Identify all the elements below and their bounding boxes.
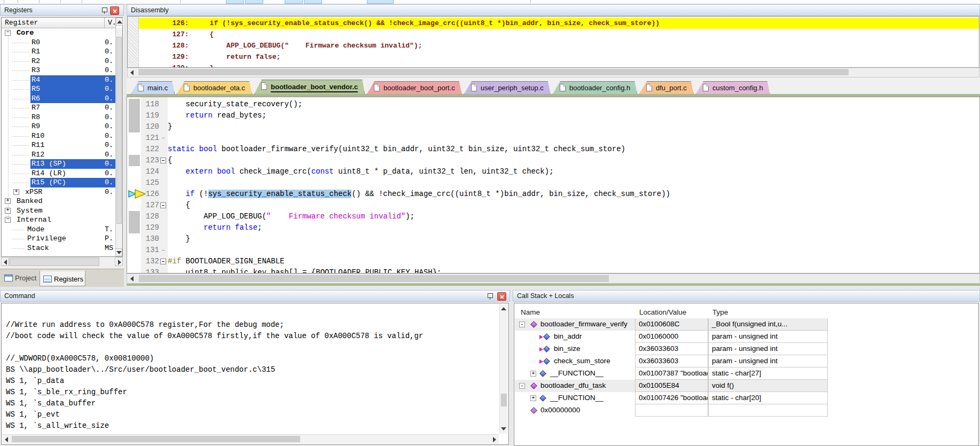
toolbar-button[interactable] <box>285 0 303 4</box>
toolbar-button[interactable] <box>245 0 263 4</box>
expand-icon[interactable]: + <box>5 198 11 204</box>
changed-line-marker <box>129 222 140 233</box>
sidebar-tab-project[interactable]: Project <box>1 270 38 286</box>
toolbar-separator <box>39 0 40 3</box>
document-icon <box>646 84 652 91</box>
collapse-icon[interactable]: − <box>5 30 11 36</box>
disassembly-hscrollbar[interactable] <box>127 68 979 77</box>
callstack-row[interactable]: check_sum_store0x36033603param - unsigne… <box>515 355 828 367</box>
command-vscrollbar[interactable] <box>499 304 508 434</box>
register-row[interactable]: R13 (SP)0. <box>2 159 115 169</box>
expand-icon[interactable]: + <box>5 208 11 214</box>
register-row[interactable]: R10. <box>2 47 115 57</box>
expand-icon[interactable]: + <box>530 371 536 377</box>
register-row[interactable]: R50. <box>2 84 115 94</box>
tab-dfu_port-c[interactable]: dfu_port.c <box>639 81 694 94</box>
column-header-type[interactable]: Type <box>712 307 728 318</box>
register-name: R0 <box>32 38 40 48</box>
disassembly-content[interactable]: 126: if (!sys_security_enable_status_che… <box>127 16 979 68</box>
register-row[interactable]: R00. <box>2 38 115 48</box>
name-cell: -bootloader_dfu_task <box>516 380 635 392</box>
register-row[interactable]: −Core <box>2 28 115 38</box>
toolbar-button[interactable] <box>304 0 322 4</box>
value-column-header[interactable]: V. <box>105 18 116 28</box>
registers-scroll-down-icon[interactable] <box>115 248 122 256</box>
sidebar-tab-registers[interactable]: Registers <box>40 270 85 286</box>
code-line: 121 <box>127 132 979 144</box>
registers-rows: −CoreR00.R10.R20.R30.R40.R50.R60.R70.R80… <box>2 28 115 256</box>
callstack-row[interactable]: 0x00000000 <box>515 404 828 417</box>
callstack-row[interactable]: bin_size0x36033603param - unsigned int <box>515 343 828 355</box>
editor-hscrollbar[interactable] <box>127 273 980 284</box>
code-line: 129 return false; <box>127 222 979 233</box>
type-cell: param - unsigned int <box>708 355 828 367</box>
tab-bootloader_config-h[interactable]: bootloader_config.h <box>553 81 637 94</box>
register-row[interactable]: R15 (PC)0. <box>2 178 115 187</box>
pin-icon[interactable] <box>487 293 493 300</box>
tab-bootloader_ota-c[interactable]: bootloader_ota.c <box>177 81 252 94</box>
tab-bootloader_boot_port-c[interactable]: bootloader_boot_port.c <box>367 81 462 94</box>
disassembly-panel: Disassembly 126: if (!sys_security_enabl… <box>127 4 980 79</box>
register-row[interactable]: +Banked <box>2 197 115 206</box>
register-value: 0. <box>105 178 115 187</box>
current-statement-arrows-icon <box>128 189 146 199</box>
register-row[interactable]: R20. <box>2 57 115 66</box>
code-editor[interactable]: 118 security_state_recovery();119 return… <box>127 97 980 273</box>
registers-hscrollbar[interactable] <box>1 257 123 267</box>
registers-scroll-up-icon[interactable] <box>116 18 123 26</box>
location-cell: 0x01007387 "bootload... <box>635 367 708 380</box>
register-row[interactable]: R120. <box>2 150 115 160</box>
command-content[interactable]: //Write run address to 0xA000C578 regist… <box>1 303 509 445</box>
toolbar-button[interactable] <box>367 0 394 4</box>
callstack-table: NameLocation/ValueType-bootloader_firmwa… <box>514 303 979 446</box>
collapse-icon[interactable]: - <box>519 383 525 389</box>
pin-icon[interactable] <box>101 7 108 14</box>
registers-vscrollbar[interactable] <box>115 28 122 256</box>
register-row[interactable]: R60. <box>2 94 115 104</box>
tab-user_periph_setup-c[interactable]: user_periph_setup.c <box>464 81 551 94</box>
tree-line <box>12 239 25 239</box>
tab-main-c[interactable]: main.c <box>131 81 175 94</box>
register-row[interactable]: StackMS <box>2 244 115 253</box>
register-name: R12 <box>32 150 44 160</box>
param-diamond-icon <box>543 358 550 365</box>
register-row[interactable]: R80. <box>2 113 115 122</box>
callstack-row[interactable]: +__FUNCTION__0x01007426 "bootload...stat… <box>515 392 828 404</box>
register-row[interactable]: R30. <box>2 66 115 75</box>
register-row[interactable]: +xPSR0. <box>2 187 115 197</box>
callstack-row[interactable]: +__FUNCTION__0x01007387 "bootload...stat… <box>515 367 828 380</box>
code-line: 130 } <box>127 233 979 245</box>
tab-custom_config-h[interactable]: custom_config.h <box>696 81 770 94</box>
register-name: Core <box>17 28 34 38</box>
command-hscrollbar[interactable] <box>2 434 499 444</box>
collapse-icon[interactable]: − <box>5 217 11 223</box>
callstack-row[interactable]: -bootloader_dfu_task0x01005E84void f() <box>515 380 828 392</box>
document-icon <box>138 84 144 91</box>
register-row[interactable]: R100. <box>2 131 115 141</box>
expand-icon[interactable]: + <box>13 189 19 195</box>
register-row[interactable]: R110. <box>2 140 115 150</box>
register-row[interactable]: +System <box>2 206 115 216</box>
register-row[interactable]: R40. <box>2 75 115 85</box>
register-row[interactable]: PrivilegeP. <box>2 234 115 244</box>
callstack-row[interactable]: bin_addr0x01060000param - unsigned int <box>515 331 828 343</box>
register-name: R1 <box>32 47 40 57</box>
close-icon[interactable] <box>497 292 506 301</box>
register-column-header[interactable]: Register <box>2 18 105 28</box>
close-icon[interactable] <box>110 6 119 15</box>
tab-bootloader_boot_vendor-c[interactable]: bootloader_boot_vendor.c <box>254 80 365 94</box>
column-header-location-value[interactable]: Location/Value <box>639 307 686 318</box>
register-row[interactable]: ModeT. <box>2 225 115 234</box>
toolbar-button[interactable] <box>226 0 244 4</box>
register-row[interactable]: R70. <box>2 103 115 113</box>
registers-panel: Registers Register V. −CoreR00.R10.R20.R… <box>0 4 124 287</box>
collapse-icon[interactable]: - <box>519 322 525 327</box>
register-row[interactable]: −Internal <box>2 215 115 225</box>
tree-line <box>12 99 29 99</box>
callstack-row[interactable]: -bootloader_firmware_verify0x0100608C_Bo… <box>515 318 828 331</box>
register-row[interactable]: R90. <box>2 122 115 131</box>
register-row[interactable]: R14 (LR)0. <box>2 169 115 178</box>
column-header-name[interactable]: Name <box>521 307 540 318</box>
disassembly-title: Disassembly <box>131 6 169 14</box>
expand-icon[interactable]: + <box>530 395 536 401</box>
